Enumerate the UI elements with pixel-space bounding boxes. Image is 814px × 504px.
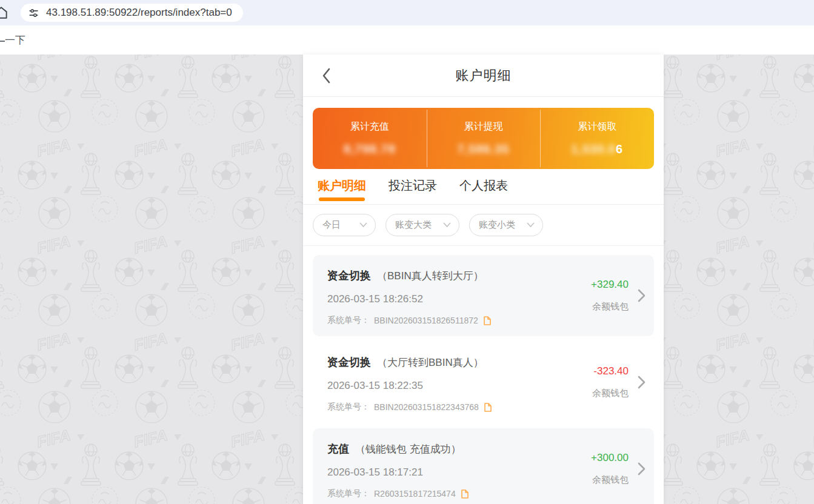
filter-minor-category-select[interactable]: 账变小类 bbox=[469, 214, 543, 236]
txn-note: （钱能钱包 充值成功） bbox=[355, 442, 461, 456]
content-area: FIFA bbox=[0, 55, 814, 504]
address-bar[interactable]: 43.198.51.89:50922/reports/index?tab=0 bbox=[21, 4, 243, 22]
stat-value-masked: 8,798.78 bbox=[313, 142, 427, 156]
chevron-down-icon bbox=[527, 222, 535, 228]
row-open-button[interactable] bbox=[638, 439, 646, 499]
tab-bar: 账户明细 投注记录 个人报表 bbox=[303, 169, 664, 205]
transaction-list: 资金切换 （BBIN真人转到大厅） 2026-03-15 18:26:52 系统… bbox=[303, 246, 664, 504]
tab-personal-report[interactable]: 个人报表 bbox=[459, 177, 508, 204]
copy-icon[interactable] bbox=[482, 316, 492, 326]
row-open-button[interactable] bbox=[638, 352, 646, 413]
filter-date-select[interactable]: 今日 bbox=[313, 214, 376, 236]
transaction-row[interactable]: 资金切换 （大厅转到BBIN真人） 2026-03-15 18:22:35 系统… bbox=[313, 342, 654, 423]
row-open-button[interactable] bbox=[638, 265, 646, 326]
tab-bet-records[interactable]: 投注记录 bbox=[389, 177, 437, 204]
txn-order-number: BBIN202603151822343768 bbox=[374, 402, 479, 412]
txn-datetime: 2026-03-15 18:22:35 bbox=[327, 380, 592, 392]
partial-glyph bbox=[0, 41, 5, 42]
tab-account-detail[interactable]: 账户明细 bbox=[318, 177, 366, 204]
back-button[interactable] bbox=[318, 67, 335, 84]
stat-label: 累计领取 bbox=[540, 121, 654, 133]
home-icon[interactable] bbox=[0, 5, 9, 21]
txn-order-label: 系统单号： bbox=[327, 402, 370, 413]
stat-label: 累计提现 bbox=[427, 121, 541, 133]
stat-total-deposit: 累计充值 8,798.78 bbox=[313, 121, 427, 156]
summary-card: 累计充值 8,798.78 累计提现 7,586.35 累计领取 1,530.0… bbox=[313, 108, 654, 169]
txn-note: （BBIN真人转到大厅） bbox=[377, 269, 484, 283]
partial-text: 一下 bbox=[5, 33, 25, 47]
txn-amount: +329.40 bbox=[591, 279, 629, 291]
txn-order-label: 系统单号： bbox=[327, 315, 370, 326]
transaction-row[interactable]: 充值 （钱能钱包 充值成功） 2026-03-15 18:17:21 系统单号：… bbox=[313, 428, 654, 504]
chevron-down-icon bbox=[359, 222, 367, 228]
txn-order-number: R2603151817215474 bbox=[374, 489, 456, 499]
stat-label: 累计充值 bbox=[313, 121, 427, 133]
txn-datetime: 2026-03-15 18:17:21 bbox=[327, 466, 591, 479]
stat-total-claimed: 累计领取 1,530.06 bbox=[540, 121, 654, 156]
txn-amount: -323.40 bbox=[593, 365, 629, 377]
chevron-left-icon bbox=[322, 68, 331, 84]
stat-value-masked: 1,530.06 bbox=[540, 142, 654, 156]
txn-datetime: 2026-03-15 18:26:52 bbox=[327, 293, 591, 305]
chevron-down-icon bbox=[443, 222, 451, 228]
chevron-right-icon bbox=[638, 375, 646, 390]
txn-order-label: 系统单号： bbox=[327, 488, 370, 499]
txn-order-number: BBIN202603151826511872 bbox=[374, 316, 478, 325]
txn-amount: +300.00 bbox=[591, 452, 629, 464]
copy-icon[interactable] bbox=[460, 489, 469, 499]
stat-total-withdraw: 累计提现 7,586.35 bbox=[427, 121, 541, 156]
screen: 43.198.51.89:50922/reports/index?tab=0 一… bbox=[0, 0, 814, 504]
site-settings-icon[interactable] bbox=[28, 7, 39, 19]
txn-wallet: 余额钱包 bbox=[592, 388, 629, 399]
panel-header: 账户明细 bbox=[303, 55, 664, 97]
txn-type: 资金切换 bbox=[327, 355, 371, 370]
url-text[interactable]: 43.198.51.89:50922/reports/index?tab=0 bbox=[46, 7, 232, 19]
top-page-strip: 一下 bbox=[0, 25, 814, 55]
chevron-right-icon bbox=[638, 288, 646, 303]
browser-top-bar: 43.198.51.89:50922/reports/index?tab=0 bbox=[0, 0, 814, 25]
chevron-right-icon bbox=[638, 462, 646, 476]
filter-major-category-select[interactable]: 账变大类 bbox=[385, 214, 459, 236]
stat-value-masked: 7,586.35 bbox=[427, 142, 541, 156]
page-title: 账户明细 bbox=[456, 67, 512, 85]
txn-note: （大厅转到BBIN真人） bbox=[377, 356, 484, 370]
txn-wallet: 余额钱包 bbox=[592, 301, 629, 313]
txn-wallet: 余额钱包 bbox=[592, 474, 629, 486]
txn-type: 充值 bbox=[327, 442, 349, 456]
filter-bar: 今日 账变大类 账变小类 bbox=[303, 205, 664, 246]
transaction-row[interactable]: 资金切换 （BBIN真人转到大厅） 2026-03-15 18:26:52 系统… bbox=[313, 255, 654, 336]
copy-icon[interactable] bbox=[483, 402, 492, 413]
account-panel: 账户明细 累计充值 8,798.78 累计提现 7,586.35 累计领取 1,… bbox=[303, 55, 664, 504]
txn-type: 资金切换 bbox=[327, 268, 371, 283]
